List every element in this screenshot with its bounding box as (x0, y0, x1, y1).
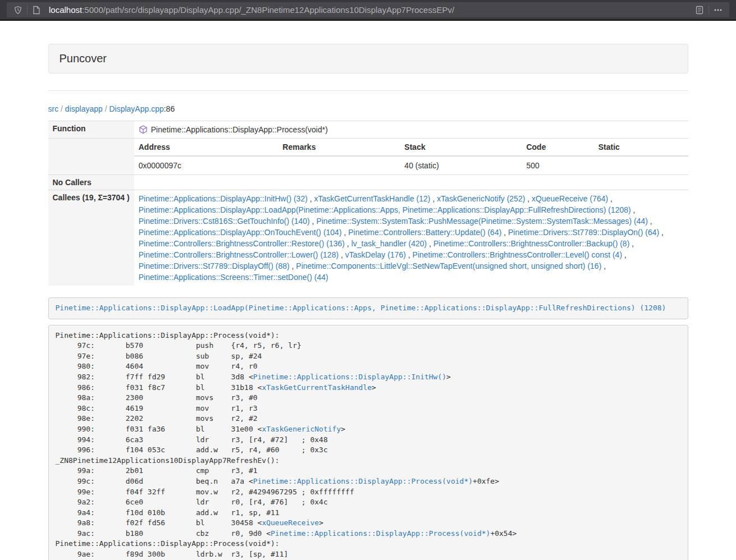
stats-value-code: 500 (522, 156, 593, 175)
breadcrumb: src / displayapp / DisplayApp.cpp:86 (48, 104, 688, 113)
url-text[interactable]: localhost:5000/path/src/displayapp/Displ… (49, 5, 692, 15)
no-callers-row: No Callers (48, 175, 688, 190)
stats-value-static (594, 156, 688, 175)
stats-table: AddressRemarksStackCodeStatic 0x0000097c… (134, 139, 688, 175)
stats-value-address: 0x0000097c (134, 156, 278, 175)
loadapp-snippet-link[interactable]: Pinetime::Applications::DisplayApp::Load… (56, 304, 666, 312)
stats-col-static: Static (594, 139, 688, 156)
code-line: 996: f104 053c add.w r5, r4, #60 ; 0x3c (56, 445, 681, 456)
code-line: 980: 4604 mov r4, r0 (56, 361, 681, 372)
callee-link[interactable]: Pinetime::Controllers::BrightnessControl… (433, 239, 629, 248)
code-line: 9a8: f02f fd56 bl 30458 <xQueueReceive> (56, 518, 681, 529)
callee-link[interactable]: Pinetime::Components::LittleVgl::SetNewT… (296, 261, 601, 270)
callee-link[interactable]: lv_task_handler (420) (351, 239, 427, 248)
code-line: 990: f031 fa36 bl 31e00 <xTaskGenericNot… (56, 424, 681, 435)
page-icon[interactable] (29, 2, 44, 17)
stats-col-address: Address (134, 139, 278, 156)
url-bar[interactable]: localhost:5000/path/src/displayapp/Displ… (7, 2, 729, 17)
callee-link[interactable]: xTaskGenericNotify (252) (437, 194, 525, 203)
code-listing: Pinetime::Applications::DisplayApp::Proc… (48, 325, 688, 560)
shield-icon[interactable] (10, 2, 26, 17)
code-line: 99c: d06d beq.n a7a <Pinetime::Applicati… (56, 476, 681, 487)
function-table: Function Pinetime::Applications::Display… (48, 121, 688, 286)
url-host: localhost (49, 5, 82, 15)
code-line: 99e: f04f 32ff mov.w r2, #4294967295 ; 0… (56, 487, 681, 498)
breadcrumb-link[interactable]: src (48, 104, 59, 113)
code-line: 98c: 4619 mov r1, r3 (56, 403, 681, 414)
callee-link[interactable]: Pinetime::System::SystemTask::PushMessag… (316, 217, 648, 226)
page-title: Puncover (60, 52, 677, 65)
code-symbol-link[interactable]: xTaskGenericNotify (262, 425, 341, 433)
stats-value-stack: 40 (static) (400, 156, 522, 175)
function-row: Function Pinetime::Applications::Display… (48, 121, 688, 139)
code-line: 98a: 2300 movs r3, #0 (56, 393, 681, 403)
stats-col-remarks: Remarks (278, 139, 400, 156)
callee-link[interactable]: xTaskGetCurrentTaskHandle (12) (314, 194, 431, 203)
url-path: :5000/path/src/displayapp/DisplayApp.cpp… (82, 5, 454, 15)
code-line: 9a4: f10d 010b add.w r1, sp, #11 (56, 508, 681, 518)
function-stats-row: AddressRemarksStackCodeStatic 0x0000097c… (48, 139, 688, 175)
callee-link[interactable]: xQueueReceive (764) (532, 194, 608, 203)
stats-col-code: Code (522, 139, 593, 156)
callee-link[interactable]: Pinetime::Drivers::Cst816S::GetTouchInfo… (139, 217, 310, 226)
cube-icon (139, 125, 148, 134)
loadapp-snippet: Pinetime::Applications::DisplayApp::Load… (48, 297, 688, 319)
code-line: Pinetime::Applications::DisplayApp::Proc… (56, 331, 681, 341)
breadcrumb-separator: / (58, 104, 65, 113)
code-line: 982: f7ff fd29 bl 3d8 <Pinetime::Applica… (56, 372, 681, 383)
app-header-panel: Puncover (48, 44, 688, 74)
callees-row: Callees (19, Σ=3704 ) Pinetime::Applicat… (48, 190, 688, 286)
code-line: 99a: 2b01 cmp r3, #1 (56, 466, 681, 476)
code-line: 9ae: f89d 300b ldrb.w r3, [sp, #11] (56, 549, 681, 560)
code-line: 9a2: 6ce0 ldr r0, [r4, #76] ; 0x4c (56, 497, 681, 508)
callee-link[interactable]: Pinetime::Controllers::Battery::Update()… (348, 228, 501, 237)
no-callers-label: No Callers (48, 175, 134, 190)
stats-col-stack: Stack (400, 139, 522, 156)
stats-value-remarks (278, 156, 400, 175)
callee-link[interactable]: Pinetime::Drivers::St7789::DisplayOff() … (139, 261, 290, 270)
code-symbol-link[interactable]: xTaskGetCurrentTaskHandle (262, 383, 372, 392)
code-line: 986: f031 f8c7 bl 31b18 <xTaskGetCurrent… (56, 383, 681, 393)
code-symbol-link[interactable]: Pinetime::Applications::DisplayApp::Proc… (271, 529, 490, 538)
code-line: 97c: b570 push {r4, r5, r6, lr} (56, 341, 681, 351)
code-line: Pinetime::Applications::DisplayApp::Proc… (56, 539, 681, 549)
function-name: Pinetime::Applications::DisplayApp::Proc… (151, 124, 328, 135)
code-symbol-link[interactable]: Pinetime::Applications::DisplayApp::Init… (253, 373, 446, 381)
code-line: 994: 6ca3 ldr r3, [r4, #72] ; 0x48 (56, 435, 681, 446)
code-line: _ZN8Pinetime12Applications10DisplayApp7R… (56, 456, 681, 466)
code-line: 98e: 2202 movs r2, #2 (56, 414, 681, 424)
callees-label: Callees (19, Σ=3704 ) (48, 190, 134, 286)
breadcrumb-link[interactable]: displayapp (65, 104, 103, 113)
callee-link[interactable]: Pinetime::Controllers::BrightnessControl… (413, 250, 622, 259)
callee-link[interactable]: Pinetime::Controllers::BrightnessControl… (139, 250, 339, 259)
callee-link[interactable]: Pinetime::Applications::DisplayApp::Load… (139, 205, 631, 214)
breadcrumb-separator: / (103, 104, 109, 113)
page: Puncover src / displayapp / DisplayApp.c… (0, 21, 736, 560)
code-symbol-link[interactable]: xQueueReceive (262, 518, 319, 527)
callee-link[interactable]: Pinetime::Applications::Screens::Timer::… (139, 273, 328, 282)
code-symbol-link[interactable]: Pinetime::Applications::DisplayApp::Proc… (253, 477, 473, 485)
divider (48, 90, 688, 91)
callee-link[interactable]: Pinetime::Applications::DisplayApp::OnTo… (139, 228, 342, 237)
reader-mode-icon[interactable] (692, 2, 707, 17)
callees-list: Pinetime::Applications::DisplayApp::Init… (134, 190, 688, 286)
callee-link[interactable]: vTaskDelay (176) (345, 250, 406, 259)
function-label: Function (48, 121, 134, 139)
meatball-menu-icon[interactable] (710, 2, 726, 17)
breadcrumb-link[interactable]: DisplayApp.cpp (109, 104, 163, 113)
toolbar-divider (708, 5, 709, 15)
stats-value-row: 0x0000097c40 (static)500 (134, 156, 688, 175)
code-line: 9ac: b180 cbz r0, 9d0 <Pinetime::Applica… (56, 529, 681, 539)
browser-toolbar: localhost:5000/path/src/displayapp/Displ… (0, 0, 736, 21)
callee-link[interactable]: Pinetime::Drivers::St7789::DisplayOn() (… (508, 228, 659, 237)
callee-link[interactable]: Pinetime::Controllers::BrightnessControl… (139, 239, 345, 248)
stats-header-row: AddressRemarksStackCodeStatic (134, 139, 688, 156)
callee-link[interactable]: Pinetime::Applications::DisplayApp::Init… (139, 194, 308, 203)
code-line: 97e: b086 sub sp, #24 (56, 351, 681, 362)
toolbar-divider (27, 5, 28, 15)
